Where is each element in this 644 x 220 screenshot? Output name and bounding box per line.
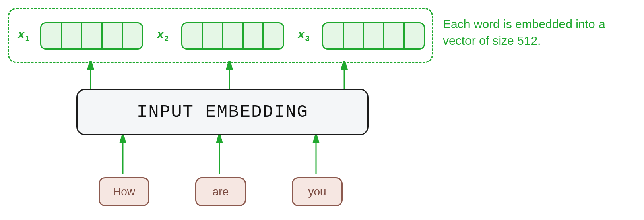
arrow-up-icon	[338, 61, 350, 89]
vector-cell	[384, 23, 405, 48]
vector-cell	[323, 23, 344, 48]
vector-cell	[62, 23, 83, 48]
vector-cell	[405, 23, 424, 48]
vector-subscript: 3	[305, 35, 310, 43]
vector-subscript: 2	[164, 35, 169, 43]
embedding-vector-2	[181, 22, 284, 50]
diagram-canvas: x1 x2 x3 Each word is embedded into a ve…	[0, 0, 644, 220]
input-embedding-label: INPUT EMBEDDING	[137, 102, 308, 122]
arrow-up-icon	[310, 135, 322, 175]
vector-subscript: 1	[25, 35, 29, 43]
input-word-3: you	[292, 177, 343, 206]
arrow-up-icon	[85, 61, 97, 89]
arrow-up-icon	[213, 135, 225, 175]
input-embedding-block: INPUT EMBEDDING	[76, 89, 369, 135]
vector-cell	[244, 23, 264, 48]
vector-cell	[41, 23, 62, 48]
vector-cell	[82, 23, 103, 48]
input-word-1: How	[99, 177, 149, 206]
input-word-2: are	[195, 177, 246, 206]
word-text: How	[113, 185, 135, 198]
vector-cell	[123, 23, 142, 48]
embedding-vector-3	[322, 22, 425, 50]
vector-cell	[223, 23, 244, 48]
vector-symbol: x	[18, 27, 25, 41]
vector-label-x1: x1	[18, 27, 29, 43]
vector-cell	[103, 23, 123, 48]
vector-symbol: x	[298, 27, 305, 41]
vector-cell	[264, 23, 283, 48]
vector-label-x2: x2	[157, 27, 169, 43]
vector-cell	[344, 23, 364, 48]
vector-label-x3: x3	[298, 27, 310, 43]
vector-cell	[203, 23, 223, 48]
word-text: you	[308, 185, 326, 198]
caption-text: Each word is embedded into a vector of s…	[443, 16, 636, 49]
embedding-vector-1	[40, 22, 143, 50]
vector-cell	[364, 23, 384, 48]
vector-symbol: x	[157, 27, 164, 41]
vector-cell	[182, 23, 203, 48]
arrow-up-icon	[223, 61, 235, 89]
arrow-up-icon	[117, 135, 129, 175]
word-text: are	[213, 185, 229, 198]
